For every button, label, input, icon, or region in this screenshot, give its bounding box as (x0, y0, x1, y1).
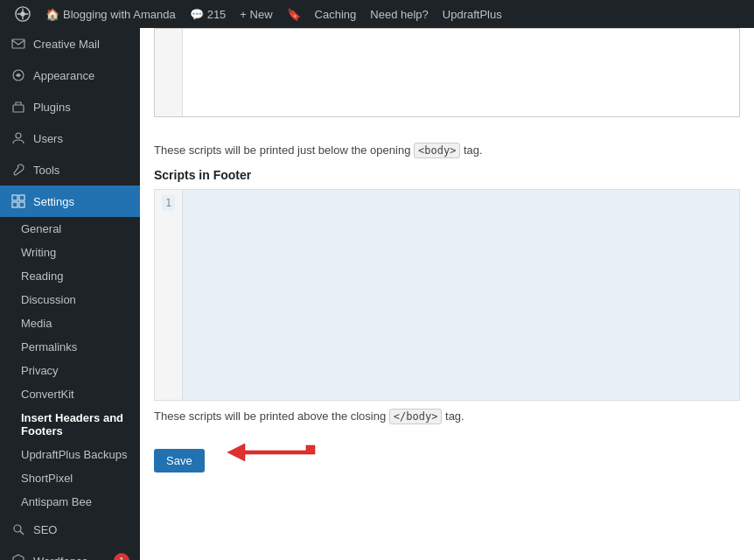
top-section (140, 28, 754, 131)
new-label: + New (240, 8, 272, 21)
updraft-label: UpdraftPlus (443, 8, 502, 21)
wordfence-label: Wordfence (33, 555, 88, 561)
site-name-item[interactable]: 🏠 Blogging with Amanda (38, 0, 183, 28)
help-item[interactable]: Need help? (363, 0, 436, 28)
svg-rect-2 (12, 39, 24, 48)
submenu-reading[interactable]: Reading (0, 264, 140, 288)
line-number-1: 1 (162, 195, 175, 211)
caching-item[interactable]: Caching (308, 0, 364, 28)
submenu-media[interactable]: Media (0, 312, 140, 335)
tools-label: Tools (33, 164, 59, 177)
svg-marker-11 (227, 444, 315, 461)
admin-bar: 🏠 Blogging with Amanda 💬 215 + New 🔖 Cac… (0, 0, 754, 28)
body-desc-text: These scripts will be printed just below… (154, 144, 410, 157)
top-editor-wrap (154, 28, 740, 117)
svg-rect-6 (12, 195, 17, 200)
comment-count: 215 (207, 8, 227, 21)
footer-line-numbers: 1 (155, 190, 183, 400)
sidebar-item-appearance[interactable]: Appearance (0, 60, 140, 91)
save-button[interactable]: Save (154, 449, 205, 472)
settings-submenu: General Writing Reading Discussion Media… (0, 217, 140, 514)
sidebar-item-tools[interactable]: Tools (0, 154, 140, 186)
creative-mail-label: Creative Mail (33, 38, 100, 51)
sidebar-item-creative-mail[interactable]: Creative Mail (0, 28, 140, 60)
submenu-writing[interactable]: Writing (0, 241, 140, 264)
closing-body-text: These scripts will be printed above the … (154, 410, 386, 423)
sidebar-item-plugins[interactable]: Plugins (0, 91, 140, 122)
submenu-shortpixel[interactable]: ShortPixel (0, 466, 140, 490)
svg-point-1 (20, 11, 24, 16)
wordfence-icon (10, 553, 26, 560)
tools-icon (10, 162, 26, 178)
svg-rect-9 (19, 202, 24, 207)
save-row: Save (154, 435, 740, 480)
sidebar-item-users[interactable]: Users (0, 122, 140, 154)
seo-icon (10, 522, 26, 537)
comments-icon: 💬 (190, 8, 204, 21)
seo-label: SEO (33, 523, 57, 536)
caching-label: Caching (315, 8, 357, 21)
house-icon: 🏠 (45, 8, 59, 21)
top-line-numbers (155, 29, 183, 116)
body-tag-code: <body> (414, 143, 460, 158)
submenu-general[interactable]: General (0, 217, 140, 241)
closing-body-description: These scripts will be printed above the … (154, 408, 740, 425)
red-arrow-icon (219, 435, 324, 477)
footer-editor-wrap: 1 (154, 189, 740, 401)
submenu-insert-headers[interactable]: Insert Headers and Footers (0, 406, 140, 443)
users-label: Users (33, 132, 63, 145)
appearance-icon (10, 67, 26, 83)
yoast-icon: 🔖 (287, 8, 301, 21)
yoast-item[interactable]: 🔖 (280, 0, 308, 28)
sidebar-item-settings[interactable]: Settings (0, 186, 140, 217)
mail-icon (10, 36, 26, 52)
sidebar-item-seo[interactable]: SEO (0, 514, 140, 545)
plugins-icon (10, 99, 26, 115)
arrow-annotation (219, 435, 324, 480)
closing-body-suffix: tag. (445, 410, 464, 423)
updraft-item[interactable]: UpdraftPlus (436, 0, 509, 28)
main-content: These scripts will be printed just below… (140, 28, 754, 560)
scripts-section: These scripts will be printed just below… (140, 131, 754, 490)
body-tag-description: These scripts will be printed just below… (154, 142, 740, 159)
comments-item[interactable]: 💬 215 (183, 0, 234, 28)
footer-code-area[interactable] (183, 190, 739, 400)
wp-logo-icon (14, 5, 31, 23)
submenu-privacy[interactable]: Privacy (0, 359, 140, 382)
wordfence-badge: 1 (114, 553, 129, 560)
svg-rect-7 (19, 195, 24, 200)
help-label: Need help? (370, 8, 429, 21)
svg-point-5 (16, 133, 21, 138)
top-code-area[interactable] (183, 29, 739, 116)
appearance-label: Appearance (33, 69, 94, 82)
users-icon (10, 130, 26, 146)
sidebar: Creative Mail Appearance Plugins Users (0, 28, 140, 560)
submenu-permalinks[interactable]: Permalinks (0, 335, 140, 359)
closing-body-code: </body> (389, 409, 443, 424)
sidebar-item-wordfence[interactable]: Wordfence 1 (0, 545, 140, 560)
submenu-updraft-backups[interactable]: UpdraftPlus Backups (0, 443, 140, 466)
settings-icon (10, 193, 26, 209)
body-tag-suffix: tag. (464, 144, 483, 157)
submenu-antispam-bee[interactable]: Antispam Bee (0, 490, 140, 514)
svg-point-10 (14, 525, 21, 532)
plugins-label: Plugins (33, 101, 71, 114)
svg-rect-4 (13, 105, 24, 112)
content-inner: These scripts will be printed just below… (140, 28, 754, 560)
footer-section-label: Scripts in Footer (154, 168, 740, 182)
settings-label: Settings (33, 195, 74, 208)
submenu-discussion[interactable]: Discussion (0, 288, 140, 312)
site-name: Blogging with Amanda (63, 8, 176, 21)
svg-rect-8 (12, 202, 17, 207)
new-item[interactable]: + New (233, 0, 279, 28)
submenu-convertkit[interactable]: ConvertKit (0, 382, 140, 406)
wp-logo-item[interactable] (7, 0, 38, 28)
